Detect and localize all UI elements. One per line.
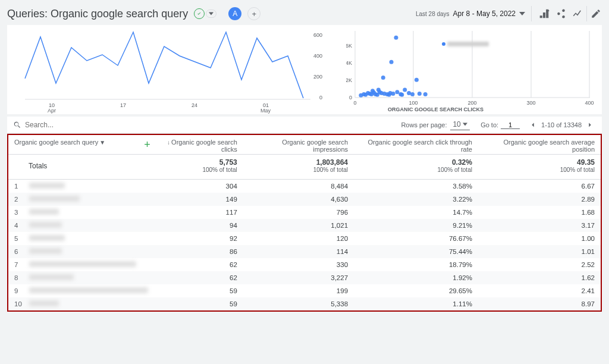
svg-text:May: May [260,108,271,114]
table-row[interactable]: 6 x 86 114 75.44% 1.01 [8,245,601,258]
cell-avg-position: 2.52 [478,258,601,271]
svg-point-50 [395,90,399,94]
search-input[interactable] [25,121,401,129]
cell-clicks: 86 [154,245,243,258]
cell-avg-position: 1.01 [478,245,601,258]
cell-ctr: 14.7% [354,206,478,219]
cell-avg-position: 3.17 [478,219,601,232]
badge-dropdown[interactable] [206,10,216,18]
verified-badge[interactable] [194,8,205,19]
cell-ctr: 75.44% [354,245,478,258]
table-row[interactable]: 7 x 62 330 18.79% 2.52 [8,258,601,271]
customize-report-icon[interactable] [536,6,552,21]
cell-impressions: 120 [243,232,354,245]
goto-input[interactable] [501,121,520,129]
cell-query: x [23,206,154,219]
table-row[interactable]: 10 x 59 5,338 1.11% 8.97 [8,297,601,310]
svg-rect-27 [447,42,489,46]
cell-query: x [23,284,154,297]
col-header-ctr[interactable]: Organic google search click through rate [354,135,478,155]
cell-ctr: 29.65% [354,284,478,297]
table-row[interactable]: 8 x 62 3,227 1.92% 1.62 [8,271,601,284]
cell-clicks: 62 [154,271,243,284]
svg-text:2K: 2K [346,77,352,83]
cell-clicks: 62 [154,258,243,271]
goto-label: Go to: [481,121,498,128]
table-row[interactable]: 2 x 149 4,630 3.22% 2.89 [8,193,601,206]
col-header-avg-position[interactable]: Organic google search average position [478,135,601,155]
col-header-query[interactable]: Organic google search query▼ + [8,135,154,155]
cell-ctr: 18.79% [354,258,478,271]
row-index: 10 [8,297,23,310]
scatter-chart: 0 2K 4K 6K 0 100 200 300 400 ORGANIC GOO… [346,25,596,114]
cell-ctr: 3.58% [354,180,478,193]
table-row[interactable]: 4 x 94 1,021 9.21% 3.17 [8,219,601,232]
add-comparison-button[interactable]: + [247,7,260,20]
svg-point-56 [415,78,419,82]
svg-point-54 [407,91,411,95]
cell-clicks: 59 [154,297,243,310]
totals-label: Totals [14,162,47,170]
add-dimension-button[interactable]: + [144,139,150,151]
edit-icon[interactable] [586,6,602,21]
cell-query: x [23,271,154,284]
svg-text:100: 100 [409,100,417,106]
svg-text:0: 0 [319,95,322,101]
svg-text:200: 200 [467,100,476,106]
cell-impressions: 1,021 [243,219,354,232]
cell-impressions: 199 [243,284,354,297]
rows-per-page-select[interactable]: 10 [450,120,470,130]
row-index: 5 [8,232,23,245]
svg-text:17: 17 [120,102,126,108]
rows-per-page-label: Rows per page: [401,121,447,128]
cell-impressions: 5,338 [243,297,354,310]
svg-point-53 [403,87,407,92]
cell-query: x [23,219,154,232]
cell-query: x [23,180,154,193]
row-index: 1 [8,180,23,193]
row-index: 8 [8,271,23,284]
row-index: 2 [8,193,23,206]
table-row[interactable]: 9 x 59 199 29.65% 2.41 [8,284,601,297]
svg-text:300: 300 [526,100,535,106]
svg-point-49 [394,36,398,40]
next-page-button[interactable] [584,119,596,131]
cell-avg-position: 1.62 [478,271,601,284]
cell-avg-position: 6.67 [478,180,601,193]
svg-point-57 [417,92,422,96]
svg-text:24: 24 [192,102,197,108]
cell-impressions: 114 [243,245,354,258]
cell-query: x [23,258,154,271]
search-icon [13,121,21,129]
col-header-impressions[interactable]: Organic google search impressions [243,135,354,155]
cell-avg-position: 8.97 [478,297,601,310]
row-index: 3 [8,206,23,219]
insights-icon[interactable] [570,6,585,21]
page-title: Queries: Organic google search query [7,8,188,20]
svg-text:0: 0 [353,100,356,106]
cell-impressions: 8,484 [243,180,354,193]
svg-text:4K: 4K [346,60,352,66]
cell-query: x [23,193,154,206]
svg-text:6K: 6K [346,43,352,49]
prev-page-button[interactable] [527,119,539,131]
table-row[interactable]: 5 x 92 120 76.67% 1.00 [8,232,601,245]
col-header-clicks[interactable]: ↓Organic google search clicks [154,135,243,155]
cell-clicks: 92 [154,232,243,245]
share-icon[interactable] [553,6,569,21]
cell-impressions: 796 [243,206,354,219]
table-row[interactable]: 3 x 117 796 14.7% 1.68 [8,206,601,219]
table-row[interactable]: 1 x 304 8,484 3.58% 6.67 [8,180,601,193]
svg-point-52 [400,93,404,97]
cell-avg-position: 2.89 [478,193,601,206]
cell-clicks: 94 [154,219,243,232]
date-label: Last 28 days [416,11,450,17]
cell-query: x [23,232,154,245]
cell-impressions: 330 [243,258,354,271]
date-range-picker[interactable]: Last 28 days Apr 8 - May 5, 2022 [416,10,525,18]
cell-avg-position: 2.41 [478,284,601,297]
avatar[interactable]: A [228,7,241,20]
date-range: Apr 8 - May 5, 2022 [453,10,516,18]
svg-text:600: 600 [313,32,322,38]
cell-clicks: 149 [154,193,243,206]
